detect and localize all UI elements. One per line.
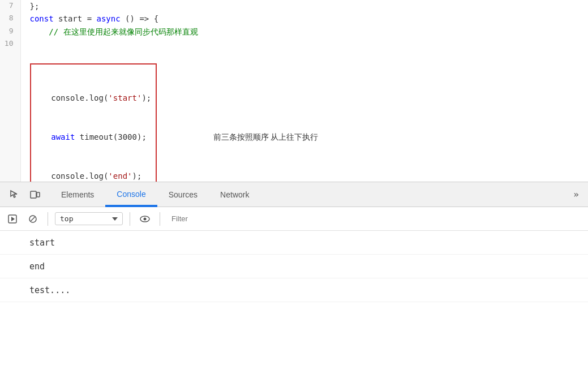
execute-icon[interactable]: [5, 211, 20, 227]
code-line-7: 7 };: [0, 0, 588, 12]
devtools-panel: Elements Console Sources Network » to: [0, 182, 588, 391]
code-line-9: 9 // 在这里使用起来就像同步代码那样直观: [0, 25, 588, 38]
clear-console-icon[interactable]: [25, 211, 41, 227]
line-code-9: // 在这里使用起来就像同步代码那样直观: [20, 25, 588, 38]
devtools-toolbar: top: [0, 207, 588, 231]
tab-elements[interactable]: Elements: [50, 182, 105, 207]
devtools-content: start end test.... ❯: [0, 231, 588, 391]
console-output: start end test....: [0, 231, 588, 391]
eye-icon[interactable]: [137, 211, 153, 227]
line-num-8: 8: [0, 12, 20, 25]
device-toolbar-icon[interactable]: [25, 182, 45, 207]
line-code-8: const start = async () => {: [20, 12, 588, 25]
context-selector[interactable]: top: [55, 212, 123, 225]
annotation-text: 前三条按照顺序 从上往下执行: [213, 131, 319, 143]
svg-rect-1: [37, 192, 40, 197]
svg-marker-6: [112, 217, 118, 221]
devtools-tabs: Elements Console Sources Network »: [0, 182, 588, 207]
tab-console[interactable]: Console: [105, 182, 157, 207]
code-line-8: 8 const start = async () => {: [0, 12, 588, 25]
toolbar-divider-1: [48, 212, 48, 226]
tab-network[interactable]: Network: [209, 182, 260, 207]
toolbar-divider-2: [130, 212, 130, 226]
svg-rect-0: [31, 191, 36, 198]
svg-line-5: [31, 217, 35, 221]
toolbar-divider-3: [160, 212, 160, 226]
console-line-test: test....: [0, 278, 588, 302]
line-num-7: 7: [0, 0, 20, 12]
context-value: top: [60, 214, 73, 223]
svg-marker-3: [11, 217, 15, 221]
filter-input[interactable]: [167, 214, 583, 223]
line-num-9: 9: [0, 25, 20, 38]
inspect-element-icon[interactable]: [5, 182, 25, 207]
line-code-7: };: [20, 0, 588, 12]
tab-sources[interactable]: Sources: [157, 182, 209, 207]
svg-point-8: [144, 217, 147, 220]
console-line-end: end: [0, 255, 588, 278]
console-line-start: start: [0, 231, 588, 255]
tab-more-button[interactable]: »: [569, 189, 583, 200]
